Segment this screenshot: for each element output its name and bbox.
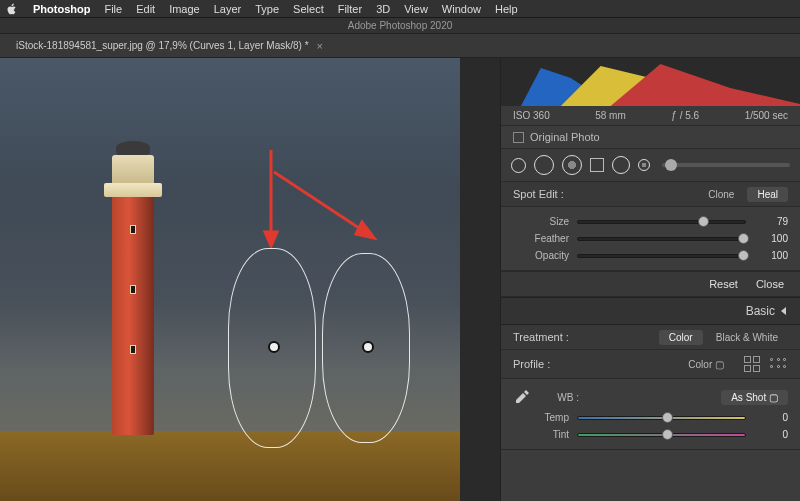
menubar: Photoshop File Edit Image Layer Type Sel…	[0, 0, 800, 18]
tool-brush-icon[interactable]	[612, 156, 630, 174]
panel-gap	[460, 58, 500, 501]
slider-size[interactable]: Size 79	[513, 213, 788, 230]
eyedropper-icon[interactable]	[513, 388, 531, 406]
svg-marker-3	[356, 222, 374, 238]
treatment-label: Treatment :	[513, 331, 569, 343]
spot-sliders: Size 79 Feather 100 Opacity 100	[501, 207, 800, 271]
slider-temp[interactable]: Temp 0	[513, 409, 788, 426]
wb-label: WB :	[539, 392, 579, 403]
exif-shutter: 1/500 sec	[745, 110, 788, 121]
treatment-row: Treatment : Color Black & White	[501, 325, 800, 350]
original-photo-toggle[interactable]: Original Photo	[501, 126, 800, 148]
menu-image[interactable]: Image	[162, 3, 207, 15]
canvas[interactable]	[0, 58, 460, 501]
slider-tint-value: 0	[754, 429, 788, 440]
spot-edit-header: Spot Edit : Clone Heal	[501, 182, 800, 207]
slider-feather-value: 100	[754, 233, 788, 244]
menu-view[interactable]: View	[397, 3, 435, 15]
slider-opacity-value: 100	[754, 250, 788, 261]
svg-line-2	[274, 172, 362, 230]
slider-feather-label: Feather	[513, 233, 569, 244]
annotation-arrow-diag	[270, 168, 380, 248]
document-tab-label: iStock-181894581_super.jpg @ 17,9% (Curv…	[16, 40, 309, 51]
photo-content	[0, 58, 460, 501]
menu-file[interactable]: File	[97, 3, 129, 15]
tool-radial-icon[interactable]	[562, 155, 582, 175]
develop-panel: ISO 360 58 mm ƒ / 5.6 1/500 sec Original…	[500, 58, 800, 501]
menu-3d[interactable]: 3D	[369, 3, 397, 15]
profile-grid-icon[interactable]	[744, 356, 760, 372]
tool-strip	[501, 148, 800, 182]
tool-target-icon[interactable]	[638, 159, 650, 171]
slider-opacity[interactable]: Opacity 100	[513, 247, 788, 264]
spot-pin-dest[interactable]	[362, 341, 374, 353]
menu-edit[interactable]: Edit	[129, 3, 162, 15]
slider-tint[interactable]: Tint 0	[513, 426, 788, 443]
profile-value[interactable]: Color ▢	[678, 357, 734, 372]
tool-spot-icon[interactable]	[534, 155, 554, 175]
slider-size-value: 79	[754, 216, 788, 227]
exif-aperture: ƒ / 5.6	[671, 110, 699, 121]
basic-header[interactable]: Basic	[501, 297, 800, 325]
apple-logo-icon	[6, 3, 18, 15]
exif-focal: 58 mm	[595, 110, 626, 121]
menu-window[interactable]: Window	[435, 3, 488, 15]
exif-iso: ISO 360	[513, 110, 550, 121]
tool-crop-icon[interactable]	[511, 158, 526, 173]
menu-select[interactable]: Select	[286, 3, 331, 15]
spot-edit-title: Spot Edit :	[513, 188, 564, 200]
wb-section: WB : As Shot ▢ Temp 0 Tint 0	[501, 379, 800, 450]
slider-size-label: Size	[513, 216, 569, 227]
document-tab[interactable]: iStock-181894581_super.jpg @ 17,9% (Curv…	[8, 36, 331, 56]
menu-filter[interactable]: Filter	[331, 3, 369, 15]
menu-photoshop[interactable]: Photoshop	[26, 3, 97, 15]
slider-temp-value: 0	[754, 412, 788, 423]
checkbox-icon[interactable]	[513, 132, 524, 143]
slider-feather[interactable]: Feather 100	[513, 230, 788, 247]
document-tabbar: iStock-181894581_super.jpg @ 17,9% (Curv…	[0, 34, 800, 58]
lighthouse	[98, 135, 168, 435]
slider-opacity-label: Opacity	[513, 250, 569, 261]
slider-temp-label: Temp	[513, 412, 569, 423]
menu-type[interactable]: Type	[248, 3, 286, 15]
profile-row: Profile : Color ▢	[501, 350, 800, 379]
spot-mode-clone[interactable]: Clone	[698, 187, 744, 202]
histogram[interactable]	[501, 58, 800, 106]
menu-help[interactable]: Help	[488, 3, 525, 15]
reset-button[interactable]: Reset	[709, 278, 738, 290]
menu-layer[interactable]: Layer	[207, 3, 249, 15]
collapse-icon	[781, 307, 786, 315]
svg-marker-6	[611, 64, 800, 106]
wb-preset[interactable]: As Shot ▢	[721, 390, 788, 405]
tool-grad-icon[interactable]	[590, 158, 604, 172]
profile-list-icon[interactable]	[770, 358, 788, 370]
exif-row: ISO 360 58 mm ƒ / 5.6 1/500 sec	[501, 106, 800, 126]
close-button[interactable]: Close	[756, 278, 784, 290]
profile-label: Profile :	[513, 358, 550, 370]
original-photo-label: Original Photo	[530, 131, 600, 143]
treatment-color[interactable]: Color	[659, 330, 703, 345]
treatment-bw[interactable]: Black & White	[706, 330, 788, 345]
slider-tint-label: Tint	[513, 429, 569, 440]
tool-amount-slider[interactable]	[662, 163, 790, 167]
spot-buttons: Reset Close	[501, 271, 800, 297]
basic-title: Basic	[746, 304, 775, 318]
window-title: Adobe Photoshop 2020	[0, 18, 800, 34]
spot-pin-source[interactable]	[268, 341, 280, 353]
spot-mode-heal[interactable]: Heal	[747, 187, 788, 202]
close-icon[interactable]: ×	[317, 40, 323, 52]
